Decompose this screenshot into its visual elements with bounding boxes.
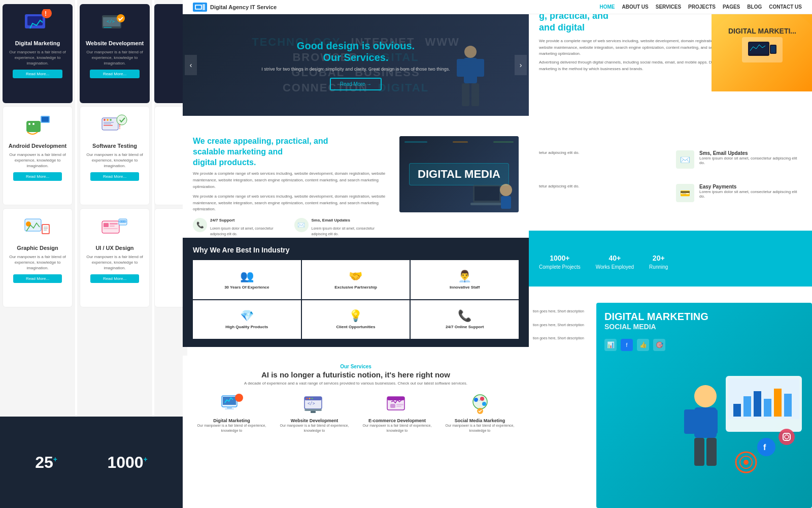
why-item-experience[interactable]: 👥 30 Years Of Experience: [193, 260, 301, 299]
nav-about[interactable]: ABOUT US: [622, 4, 648, 10]
read-more-btn[interactable]: Read More...: [90, 274, 139, 283]
read-more-btn[interactable]: Read More...: [13, 70, 62, 78]
service-card-software-testing: ! Software Testing Our manpower is a fai…: [80, 106, 150, 205]
svg-rect-56: [227, 407, 232, 408]
left-stat-2: 1000+: [107, 453, 147, 472]
why-item-quality[interactable]: 💎 High Quality Products: [193, 300, 301, 339]
read-more-btn[interactable]: Read More...: [13, 172, 62, 181]
why-item-partnership[interactable]: 🤝 Exclusive Partnership: [302, 260, 410, 299]
feature-support-text: 24/7 Support Lorem ipsum dolor sit amet,…: [210, 218, 288, 240]
svg-text:f: f: [763, 443, 766, 452]
svg-point-71: [473, 395, 487, 409]
staff-icon: 👨‍💼: [458, 270, 471, 283]
svg-text:!: !: [119, 122, 121, 131]
hero-subheading: Our Services.: [261, 52, 450, 64]
svg-point-101: [743, 460, 749, 465]
read-more-btn[interactable]: Read More...: [90, 172, 139, 181]
svg-point-6: [32, 123, 35, 125]
stat-suffix: +: [565, 254, 569, 262]
card-desc: Our manpower is a fair blend of experien…: [84, 152, 145, 169]
why-item-staff[interactable]: 👨‍💼 Innovative Staff: [411, 260, 519, 299]
svg-rect-43: [464, 58, 477, 83]
logo-text: Digital Agency IT Service: [210, 4, 277, 10]
card-desc: Our manpower is a fair blend of experien…: [84, 49, 146, 67]
svg-point-72: [474, 398, 478, 402]
left-stat-1-number: 25+: [35, 453, 57, 472]
svg-point-80: [694, 385, 717, 407]
desc-item-3: tion goes here, Short description: [533, 336, 592, 341]
svg-point-62: [311, 398, 313, 399]
about-text: We create appealing, practical, and scal…: [193, 136, 389, 233]
service-card-android: Android Development Our manpower is a fa…: [3, 106, 73, 205]
svg-rect-93: [784, 394, 792, 417]
why-item-client[interactable]: 💡 Client Opportunities: [302, 300, 410, 339]
mini-social-icon: [468, 392, 492, 416]
dm-card-header: DIGITAL MARKETING SOCIAL MEDIA: [596, 303, 812, 335]
nav-logo: Digital Agency IT Service: [193, 3, 277, 12]
hero-prev-btn[interactable]: ‹: [185, 55, 197, 75]
quality-icon: 💎: [240, 309, 254, 323]
svg-rect-68: [390, 404, 395, 408]
svg-point-24: [110, 119, 112, 121]
card-title: Website Development: [84, 40, 146, 46]
experience-icon: 👥: [240, 270, 254, 283]
card-desc: Our manpower is a fair blend of experien…: [7, 49, 69, 67]
dm-icon-target: 🎯: [653, 339, 665, 351]
nav-blog[interactable]: BLOG: [747, 4, 762, 10]
left-stats-section: 25+ 1000+: [0, 417, 183, 508]
hero-next-btn[interactable]: ›: [515, 55, 527, 75]
svg-rect-88: [733, 404, 741, 417]
support-icon: 📞: [193, 218, 207, 232]
svg-rect-27: [104, 125, 113, 126]
nav-projects[interactable]: PROJECTS: [688, 4, 716, 10]
card-desc: Our manpower is a fair blend of experien…: [7, 254, 68, 271]
about-heading: We create appealing, practical, and scal…: [193, 136, 389, 168]
nav-home[interactable]: HOME: [599, 4, 615, 10]
card-title: Software Testing: [84, 143, 145, 149]
read-more-btn[interactable]: Read More...: [90, 70, 140, 78]
dm-card-subtitle: SOCIAL MEDIA: [604, 323, 804, 331]
partnership-icon: 🤝: [349, 270, 362, 283]
nav-services[interactable]: SERVICES: [656, 4, 681, 10]
nav-pages[interactable]: PAGES: [723, 4, 740, 10]
mini-social-title: Social Media Marketing: [441, 418, 519, 423]
about-features: 📞 24/7 Support Lorem ipsum dolor sit ame…: [193, 218, 389, 240]
desc-text-2: tion goes here, Short description: [533, 323, 592, 328]
feature-email: ✉️ Sms, Email Updates Lorem ipsum dolor …: [294, 218, 390, 240]
desc-text-3: tion goes here, Short description: [533, 336, 592, 341]
dm-icon-like: 👍: [637, 339, 649, 351]
client-icon: 💡: [349, 309, 362, 323]
svg-rect-47: [471, 83, 479, 106]
nav-contact[interactable]: CONTACT US: [769, 4, 802, 10]
read-more-btn[interactable]: Read More...: [13, 274, 62, 283]
hero-read-more-btn[interactable]: Read More →: [330, 78, 382, 90]
right-features-row-1: tetur adipiscing elit do. ✉️ Sms, Email …: [539, 150, 803, 177]
svg-point-23: [107, 119, 109, 121]
card-title: Digital Marketing: [7, 40, 69, 46]
svg-rect-25: [104, 122, 114, 123]
svg-point-96: [779, 429, 795, 445]
svg-rect-65: [311, 411, 316, 413]
why-heading: Why We Are Best In Industry: [193, 246, 519, 254]
right-features-row-2: tetur adipiscing elit do. 💳 Easy Payment…: [539, 184, 803, 210]
dm-icons: 📊 f 👍 🎯: [604, 339, 804, 351]
why-item-support[interactable]: 📞 24/7 Online Support: [411, 300, 519, 339]
svg-rect-84: [694, 438, 704, 466]
mini-website-icon: </>: [302, 392, 327, 416]
stat-running-label: Running: [649, 264, 668, 270]
online-support-icon: 📞: [458, 309, 471, 323]
svg-rect-40: [196, 6, 201, 9]
svg-point-60: [306, 398, 308, 399]
hero-content: Good design is obvious. Our Services. I …: [256, 35, 455, 96]
right-image-label: DIGITAL MARKETI...: [728, 27, 796, 35]
svg-rect-33: [110, 226, 115, 227]
svg-point-74: [482, 402, 486, 406]
about-section: We create appealing, practical, and scal…: [183, 126, 529, 243]
svg-point-73: [480, 397, 484, 401]
right-side-text-1: tetur adipiscing elit do.: [539, 150, 666, 177]
services-tag: Our Services: [193, 364, 519, 369]
left-stat-1: 25+: [35, 453, 57, 472]
hero-figure: [453, 43, 488, 116]
right-feature-sms: ✉️ Sms, Email Updates Lorem ipsum dolor …: [676, 150, 803, 169]
svg-rect-26: [104, 123, 111, 124]
